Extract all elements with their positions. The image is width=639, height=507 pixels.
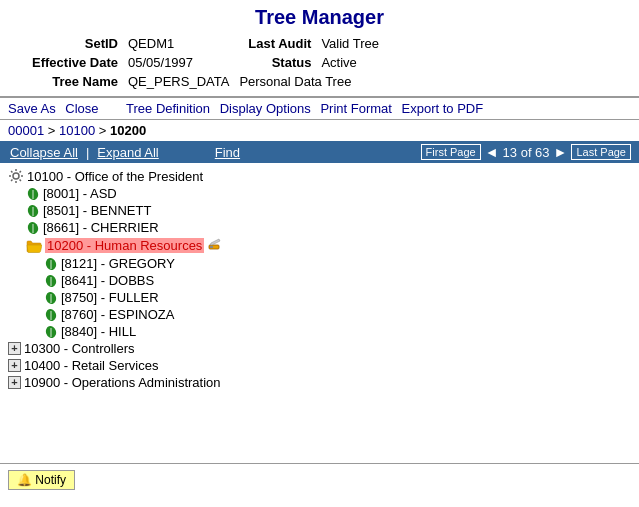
collapse-all-button[interactable]: Collapse All [8, 145, 80, 160]
pagination: First Page ◄ 13 of 63 ► Last Page [421, 144, 631, 160]
last-audit-label: Last Audit [235, 35, 315, 52]
breadcrumb-2[interactable]: 10100 [59, 123, 95, 138]
node-label: 10100 - Office of the President [27, 169, 203, 184]
node-label: 10300 - Controllers [24, 341, 135, 356]
expand-all-button[interactable]: Expand All [95, 145, 160, 160]
tree-node[interactable]: 10100 - Office of the President [8, 167, 631, 185]
node-label: [8750] - FULLER [61, 290, 159, 305]
leaf-icon [26, 221, 40, 235]
expand-icon[interactable]: + [8, 376, 21, 389]
last-audit-value: Valid Tree [317, 35, 627, 52]
svg-point-0 [13, 173, 19, 179]
leaf-icon [26, 187, 40, 201]
node-label: [8840] - HILL [61, 324, 136, 339]
node-label: [8501] - BENNETT [43, 203, 151, 218]
node-label: 10400 - Retail Services [24, 358, 158, 373]
node-label: 10200 - Human Resources [45, 238, 204, 253]
tree-node[interactable]: 10200 - Human Resources [26, 236, 631, 255]
menu-bar: Save As Close Tree Definition Display Op… [0, 97, 639, 120]
expand-icon[interactable]: + [8, 359, 21, 372]
tree-name-label: Tree Name [12, 73, 122, 90]
tree-node[interactable]: [8121] - GREGORY [44, 255, 631, 272]
node-label: 10900 - Operations Administration [24, 375, 221, 390]
page-title: Tree Manager [0, 0, 639, 33]
setid-label: SetID [12, 35, 122, 52]
print-format-link[interactable]: Print Format [320, 101, 392, 116]
node-label: [8760] - ESPINOZA [61, 307, 174, 322]
expand-icon[interactable]: + [8, 342, 21, 355]
tree-name-value: QE_PERS_DATA [124, 73, 233, 90]
tree-node[interactable]: [8840] - HILL [44, 323, 631, 340]
node-label: [8661] - CHERRIER [43, 220, 159, 235]
gear-icon [8, 168, 24, 184]
tree-node[interactable]: +10900 - Operations Administration [8, 374, 631, 391]
tree-node[interactable]: [8760] - ESPINOZA [44, 306, 631, 323]
node-label: [8001] - ASD [43, 186, 117, 201]
export-to-pdf-link[interactable]: Export to PDF [402, 101, 484, 116]
tree-node[interactable]: [8750] - FULLER [44, 289, 631, 306]
save-as-link[interactable]: Save As [8, 101, 56, 116]
find-button[interactable]: Find [213, 145, 242, 160]
leaf-icon [44, 308, 58, 322]
breadcrumb-3: 10200 [110, 123, 146, 138]
tree-container: 10100 - Office of the President [8001] -… [0, 163, 639, 463]
display-options-link[interactable]: Display Options [220, 101, 311, 116]
tree-node[interactable]: [8661] - CHERRIER [26, 219, 631, 236]
effective-date-label: Effective Date [12, 54, 122, 71]
tree-node[interactable]: [8501] - BENNETT [26, 202, 631, 219]
tree-node[interactable]: [8641] - DOBBS [44, 272, 631, 289]
first-page-button[interactable]: First Page [421, 144, 481, 160]
status-value: Active [317, 54, 627, 71]
effective-date-value: 05/05/1997 [124, 54, 233, 71]
toolbar-actions: Collapse All | Expand All Find [8, 145, 242, 160]
node-label: [8121] - GREGORY [61, 256, 175, 271]
leaf-icon [26, 204, 40, 218]
tree-definition-link[interactable]: Tree Definition [126, 101, 210, 116]
leaf-icon [44, 325, 58, 339]
tree-node[interactable]: +10400 - Retail Services [8, 357, 631, 374]
tree-description: Personal Data Tree [235, 73, 627, 90]
leaf-icon [44, 291, 58, 305]
page-nav-prev-icon[interactable]: ◄ [485, 144, 499, 160]
tree-node[interactable]: [8001] - ASD [26, 185, 631, 202]
header-info: SetID QEDM1 Last Audit Valid Tree Effect… [0, 33, 639, 92]
breadcrumb-1[interactable]: 00001 [8, 123, 44, 138]
leaf-icon [44, 257, 58, 271]
edit-icon[interactable] [208, 237, 222, 254]
leaf-icon [44, 274, 58, 288]
last-page-button[interactable]: Last Page [571, 144, 631, 160]
tree-node[interactable]: +10300 - Controllers [8, 340, 631, 357]
close-link[interactable]: Close [65, 101, 98, 116]
page-info: 13 of 63 [503, 145, 550, 160]
node-label: [8641] - DOBBS [61, 273, 154, 288]
folder-open-icon [26, 239, 42, 253]
page-nav-next-icon[interactable]: ► [554, 144, 568, 160]
toolbar: Collapse All | Expand All Find First Pag… [0, 141, 639, 163]
setid-value: QEDM1 [124, 35, 233, 52]
notify-button[interactable]: 🔔 Notify [8, 470, 75, 490]
breadcrumb: 00001 > 10100 > 10200 [0, 120, 639, 141]
svg-rect-8 [210, 246, 213, 248]
status-label: Status [235, 54, 315, 71]
